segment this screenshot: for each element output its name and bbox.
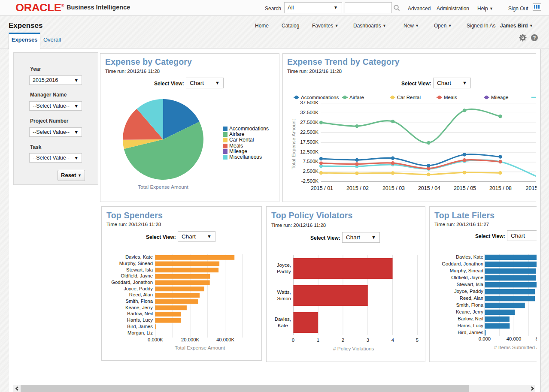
svg-text:?: ? (533, 35, 536, 40)
